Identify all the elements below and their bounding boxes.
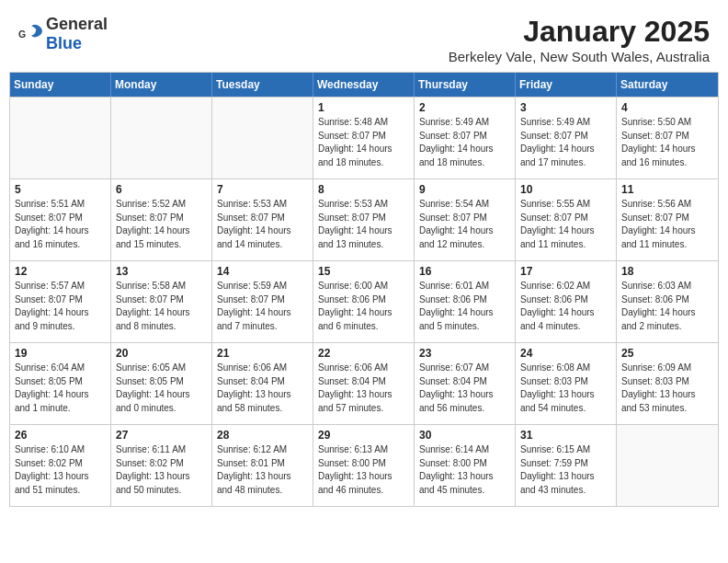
- cal-cell: 12Sunrise: 5:57 AM Sunset: 8:07 PM Dayli…: [10, 261, 111, 342]
- cal-cell: 26Sunrise: 6:10 AM Sunset: 8:02 PM Dayli…: [10, 425, 111, 506]
- day-number: 1: [318, 101, 409, 114]
- day-number: 15: [318, 265, 409, 278]
- cal-cell: 5Sunrise: 5:51 AM Sunset: 8:07 PM Daylig…: [10, 179, 111, 260]
- day-info: Sunrise: 5:59 AM Sunset: 8:07 PM Dayligh…: [217, 280, 308, 333]
- cal-cell: 23Sunrise: 6:07 AM Sunset: 8:04 PM Dayli…: [415, 343, 516, 424]
- day-number: 22: [318, 347, 409, 360]
- cal-week: 12Sunrise: 5:57 AM Sunset: 8:07 PM Dayli…: [10, 260, 718, 342]
- day-info: Sunrise: 5:54 AM Sunset: 8:07 PM Dayligh…: [419, 198, 510, 251]
- cal-week: 5Sunrise: 5:51 AM Sunset: 8:07 PM Daylig…: [10, 178, 718, 260]
- day-number: 24: [520, 347, 611, 360]
- cal-header-day: Tuesday: [212, 73, 313, 97]
- day-number: 19: [15, 347, 106, 360]
- calendar: SundayMondayTuesdayWednesdayThursdayFrid…: [9, 72, 719, 507]
- cal-cell: 3Sunrise: 5:49 AM Sunset: 8:07 PM Daylig…: [516, 98, 617, 178]
- day-number: 25: [621, 347, 713, 360]
- cal-cell: 4Sunrise: 5:50 AM Sunset: 8:07 PM Daylig…: [617, 98, 718, 178]
- day-number: 8: [318, 183, 409, 196]
- day-info: Sunrise: 6:15 AM Sunset: 7:59 PM Dayligh…: [520, 443, 611, 497]
- day-info: Sunrise: 5:53 AM Sunset: 8:07 PM Dayligh…: [318, 198, 409, 251]
- cal-cell: 9Sunrise: 5:54 AM Sunset: 8:07 PM Daylig…: [415, 179, 516, 260]
- day-info: Sunrise: 6:03 AM Sunset: 8:06 PM Dayligh…: [621, 280, 713, 333]
- cal-cell: 1Sunrise: 5:48 AM Sunset: 8:07 PM Daylig…: [313, 98, 415, 178]
- cal-cell: 28Sunrise: 6:12 AM Sunset: 8:01 PM Dayli…: [212, 425, 313, 506]
- page-header: G General Blue January 2025 Berkeley Val…: [9, 9, 719, 64]
- cal-cell: 15Sunrise: 6:00 AM Sunset: 8:06 PM Dayli…: [313, 261, 415, 342]
- day-number: 30: [419, 429, 510, 442]
- logo-general-text: General: [46, 15, 108, 33]
- day-info: Sunrise: 5:52 AM Sunset: 8:07 PM Dayligh…: [116, 198, 207, 251]
- svg-text:G: G: [18, 29, 26, 40]
- day-info: Sunrise: 6:07 AM Sunset: 8:04 PM Dayligh…: [419, 362, 510, 415]
- cal-header-day: Friday: [516, 73, 617, 97]
- day-number: 5: [15, 183, 106, 196]
- cal-header-day: Thursday: [415, 73, 516, 97]
- cal-cell: 11Sunrise: 5:56 AM Sunset: 8:07 PM Dayli…: [617, 179, 718, 260]
- title-block: January 2025 Berkeley Vale, New South Wa…: [449, 15, 710, 64]
- cal-cell: [111, 98, 212, 178]
- day-number: 26: [15, 429, 106, 442]
- day-number: 9: [419, 183, 510, 196]
- day-number: 7: [217, 183, 308, 196]
- day-info: Sunrise: 5:49 AM Sunset: 8:07 PM Dayligh…: [419, 116, 510, 169]
- cal-cell: 14Sunrise: 5:59 AM Sunset: 8:07 PM Dayli…: [212, 261, 313, 342]
- cal-cell: [617, 425, 718, 506]
- day-info: Sunrise: 5:55 AM Sunset: 8:07 PM Dayligh…: [520, 198, 611, 251]
- cal-cell: 29Sunrise: 6:13 AM Sunset: 8:00 PM Dayli…: [313, 425, 415, 506]
- cal-header-day: Saturday: [617, 73, 718, 97]
- cal-cell: 6Sunrise: 5:52 AM Sunset: 8:07 PM Daylig…: [111, 179, 212, 260]
- cal-week: 1Sunrise: 5:48 AM Sunset: 8:07 PM Daylig…: [10, 97, 718, 178]
- day-info: Sunrise: 6:05 AM Sunset: 8:05 PM Dayligh…: [116, 362, 207, 415]
- cal-cell: 19Sunrise: 6:04 AM Sunset: 8:05 PM Dayli…: [10, 343, 111, 424]
- cal-week: 19Sunrise: 6:04 AM Sunset: 8:05 PM Dayli…: [10, 342, 718, 424]
- logo-blue-text: Blue: [46, 34, 82, 52]
- day-number: 28: [217, 429, 308, 442]
- day-info: Sunrise: 5:48 AM Sunset: 8:07 PM Dayligh…: [318, 116, 409, 169]
- day-info: Sunrise: 6:08 AM Sunset: 8:03 PM Dayligh…: [520, 362, 611, 415]
- day-info: Sunrise: 5:51 AM Sunset: 8:07 PM Dayligh…: [15, 198, 106, 251]
- day-info: Sunrise: 5:57 AM Sunset: 8:07 PM Dayligh…: [15, 280, 106, 333]
- cal-cell: 17Sunrise: 6:02 AM Sunset: 8:06 PM Dayli…: [516, 261, 617, 342]
- cal-cell: 30Sunrise: 6:14 AM Sunset: 8:00 PM Dayli…: [415, 425, 516, 506]
- cal-cell: [212, 98, 313, 178]
- day-info: Sunrise: 5:53 AM Sunset: 8:07 PM Dayligh…: [217, 198, 308, 251]
- day-number: 20: [116, 347, 207, 360]
- day-number: 4: [621, 101, 713, 114]
- day-number: 6: [116, 183, 207, 196]
- cal-cell: 27Sunrise: 6:11 AM Sunset: 8:02 PM Dayli…: [111, 425, 212, 506]
- cal-cell: 13Sunrise: 5:58 AM Sunset: 8:07 PM Dayli…: [111, 261, 212, 342]
- day-number: 16: [419, 265, 510, 278]
- day-number: 12: [15, 265, 106, 278]
- day-info: Sunrise: 6:02 AM Sunset: 8:06 PM Dayligh…: [520, 280, 611, 333]
- logo: G General Blue: [18, 15, 108, 53]
- day-info: Sunrise: 5:58 AM Sunset: 8:07 PM Dayligh…: [116, 280, 207, 333]
- cal-cell: 16Sunrise: 6:01 AM Sunset: 8:06 PM Dayli…: [415, 261, 516, 342]
- day-number: 18: [621, 265, 713, 278]
- cal-cell: 21Sunrise: 6:06 AM Sunset: 8:04 PM Dayli…: [212, 343, 313, 424]
- day-info: Sunrise: 6:00 AM Sunset: 8:06 PM Dayligh…: [318, 280, 409, 333]
- calendar-header: SundayMondayTuesdayWednesdayThursdayFrid…: [10, 73, 718, 97]
- day-info: Sunrise: 6:12 AM Sunset: 8:01 PM Dayligh…: [217, 443, 308, 497]
- day-number: 21: [217, 347, 308, 360]
- cal-cell: 20Sunrise: 6:05 AM Sunset: 8:05 PM Dayli…: [111, 343, 212, 424]
- day-info: Sunrise: 6:11 AM Sunset: 8:02 PM Dayligh…: [116, 443, 207, 497]
- day-info: Sunrise: 6:13 AM Sunset: 8:00 PM Dayligh…: [318, 443, 409, 497]
- day-number: 14: [217, 265, 308, 278]
- day-number: 10: [520, 183, 611, 196]
- day-info: Sunrise: 6:06 AM Sunset: 8:04 PM Dayligh…: [217, 362, 308, 415]
- day-number: 13: [116, 265, 207, 278]
- day-number: 2: [419, 101, 510, 114]
- day-number: 17: [520, 265, 611, 278]
- day-info: Sunrise: 6:14 AM Sunset: 8:00 PM Dayligh…: [419, 443, 510, 497]
- cal-week: 26Sunrise: 6:10 AM Sunset: 8:02 PM Dayli…: [10, 424, 718, 506]
- cal-header-day: Wednesday: [313, 73, 415, 97]
- day-number: 11: [621, 183, 713, 196]
- cal-cell: [10, 98, 111, 178]
- day-info: Sunrise: 6:04 AM Sunset: 8:05 PM Dayligh…: [15, 362, 106, 415]
- day-info: Sunrise: 6:01 AM Sunset: 8:06 PM Dayligh…: [419, 280, 510, 333]
- day-number: 23: [419, 347, 510, 360]
- day-info: Sunrise: 6:06 AM Sunset: 8:04 PM Dayligh…: [318, 362, 409, 415]
- day-info: Sunrise: 5:56 AM Sunset: 8:07 PM Dayligh…: [621, 198, 713, 251]
- logo-icon: G: [18, 21, 44, 47]
- cal-cell: 25Sunrise: 6:09 AM Sunset: 8:03 PM Dayli…: [617, 343, 718, 424]
